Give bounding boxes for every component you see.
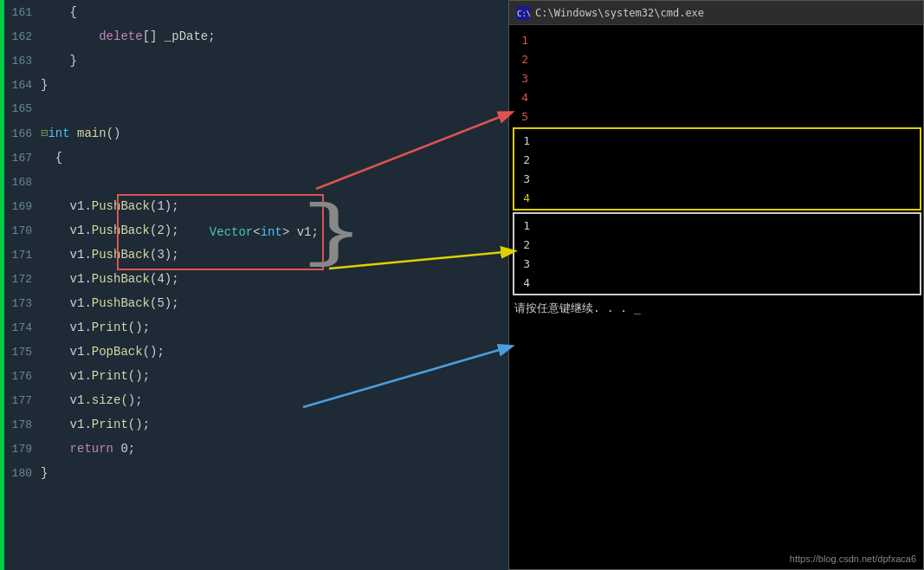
code-line-161: 161 { xyxy=(4,0,502,24)
code-line-164: 164 } xyxy=(4,73,502,97)
output-line-3-4: 4 xyxy=(514,273,920,292)
code-line-175: 175 v1.PopBack(); xyxy=(4,340,502,364)
output-section-1: 1 2 3 4 5 xyxy=(509,25,923,126)
line-num-175: 175 xyxy=(4,340,41,365)
line-content-161: { xyxy=(41,0,77,24)
out-num-3-3: 3 xyxy=(514,257,533,270)
line-num-170: 170 xyxy=(4,219,41,243)
out-num-1-4: 4 xyxy=(513,91,532,104)
line-num-171: 171 xyxy=(4,243,41,268)
line-num-174: 174 xyxy=(4,316,41,340)
out-num-2-4: 4 xyxy=(514,191,533,204)
line-content-166: ⊟int main() xyxy=(41,121,120,146)
line-num-173: 173 xyxy=(4,292,41,316)
line-content-162: delete[] _pDate; xyxy=(41,24,216,49)
output-line-1-1: 1 xyxy=(513,30,923,49)
code-line-165: 165 xyxy=(4,97,502,121)
line-num-162: 162 xyxy=(4,25,41,49)
output-section-2: 1 2 3 4 xyxy=(513,127,921,211)
line-content-168: Vector<int> v1; xyxy=(41,170,324,295)
out-num-1-2: 2 xyxy=(513,53,532,66)
line-num-179: 179 xyxy=(4,437,41,462)
code-line-174: 174 v1.Print(); xyxy=(4,315,502,340)
code-line-163: 163 } xyxy=(4,49,502,73)
line-num-164: 164 xyxy=(4,74,41,98)
code-line-180: 180 } xyxy=(4,461,502,485)
code-line-178: 178 v1.Print(); xyxy=(4,412,502,437)
line-num-165: 165 xyxy=(4,97,41,121)
out-num-1-1: 1 xyxy=(513,34,532,47)
line-content-163: } xyxy=(41,49,77,73)
cmd-window: C:\ C:\Windows\system32\cmd.exe 1 2 3 4 xyxy=(508,0,924,570)
line-num-166: 166 xyxy=(4,122,41,146)
cmd-titlebar: C:\ C:\Windows\system32\cmd.exe xyxy=(509,1,923,25)
code-editor: 161 { 162 delete[] _pDate; 163 } 164 } xyxy=(0,0,502,570)
line-num-177: 177 xyxy=(4,389,41,413)
code-line-179: 179 return 0; xyxy=(4,437,502,461)
line-content-177: v1.size(); xyxy=(41,388,143,412)
code-line-162: 162 delete[] _pDate; xyxy=(4,24,502,49)
line-num-178: 178 xyxy=(4,413,41,437)
code-line-176: 176 v1.Print(); xyxy=(4,364,502,388)
output-line-3-3: 3 xyxy=(514,254,920,273)
cmd-icon: C:\ xyxy=(516,6,530,20)
line-content-180: } xyxy=(41,461,48,485)
out-num-2-3: 3 xyxy=(514,172,533,185)
watermark: https://blog.csdn.net/dpfxaca6 xyxy=(790,554,916,564)
code-area: 161 { 162 delete[] _pDate; 163 } 164 } xyxy=(4,0,502,485)
svg-text:C:\: C:\ xyxy=(517,10,530,18)
line-num-161: 161 xyxy=(4,1,41,25)
output-line-2-3: 3 xyxy=(514,169,920,188)
output-section-3: 1 2 3 4 xyxy=(513,212,921,295)
output-line-1-4: 4 xyxy=(513,87,923,107)
out-num-1-3: 3 xyxy=(513,72,532,85)
code-line-177: 177 v1.size(); xyxy=(4,388,502,412)
output-line-3-2: 2 xyxy=(514,235,920,254)
line-content-164: } xyxy=(41,73,48,97)
code-line-173: 173 v1.PushBack(5); xyxy=(4,291,502,315)
output-line-2-1: 1 xyxy=(514,131,920,150)
cmd-title-text: C:\Windows\system32\cmd.exe xyxy=(535,7,704,19)
line-num-169: 169 xyxy=(4,195,41,219)
line-content-174: v1.Print(); xyxy=(41,315,150,340)
out-num-2-2: 2 xyxy=(514,153,533,166)
out-num-3-2: 2 xyxy=(514,238,533,251)
out-num-3-1: 1 xyxy=(514,219,533,232)
line-content-179: return 0; xyxy=(41,437,135,461)
cmd-prompt: 请按任意键继续. . . _ xyxy=(509,297,923,320)
line-content-167: { xyxy=(41,146,62,170)
line-content-176: v1.Print(); xyxy=(41,364,150,388)
main-container: 161 { 162 delete[] _pDate; 163 } 164 } xyxy=(0,0,924,570)
output-line-2-4: 4 xyxy=(514,188,920,207)
line-content-175: v1.PopBack(); xyxy=(41,340,165,364)
line-num-172: 172 xyxy=(4,268,41,292)
out-num-1-5: 5 xyxy=(513,110,532,123)
line-num-168: 168 xyxy=(4,171,41,195)
line-content-178: v1.Print(); xyxy=(41,412,150,437)
out-num-2-1: 1 xyxy=(514,134,533,147)
line-num-180: 180 xyxy=(4,462,41,486)
line-num-163: 163 xyxy=(4,49,41,74)
line-num-167: 167 xyxy=(4,146,41,171)
green-bar xyxy=(0,0,4,570)
out-num-3-4: 4 xyxy=(514,276,533,289)
cmd-body: 1 2 3 4 5 1 xyxy=(509,25,923,569)
line-content-173: v1.PushBack(5); xyxy=(41,291,179,315)
code-line-168: 168 Vector<int> v1; xyxy=(4,170,502,194)
output-line-2-2: 2 xyxy=(514,150,920,169)
code-line-166: 166 ⊟int main() xyxy=(4,121,502,146)
output-line-3-1: 1 xyxy=(514,216,920,235)
code-line-167: 167 { xyxy=(4,146,502,170)
line-num-176: 176 xyxy=(4,365,41,389)
output-line-1-2: 2 xyxy=(513,49,923,68)
output-line-1-5: 5 xyxy=(513,107,923,126)
output-line-1-3: 3 xyxy=(513,68,923,87)
